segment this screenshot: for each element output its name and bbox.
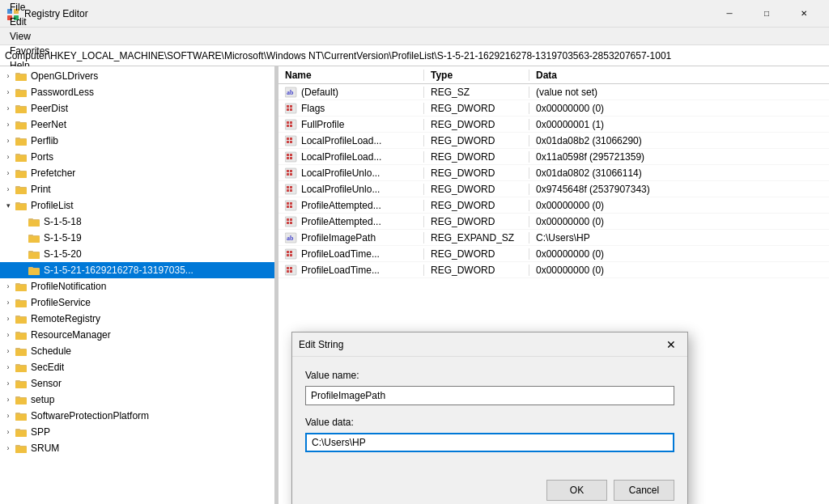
table-row[interactable]: LocalProfileLoad...REG_DWORD0x01da08b2 (… <box>278 133 829 149</box>
tree-item-label: RemoteRegistry <box>31 313 100 324</box>
table-row[interactable]: FlagsREG_DWORD0x00000000 (0) <box>278 100 829 116</box>
tree-item-SPP[interactable]: › SPP <box>0 424 274 440</box>
reg-dword-icon <box>285 265 298 276</box>
tree-item-Schedule[interactable]: › Schedule <box>0 343 274 359</box>
expand-icon[interactable]: › <box>3 184 13 194</box>
table-row[interactable]: ProfileAttempted...REG_DWORD0x00000000 (… <box>278 214 829 230</box>
maximize-button[interactable]: □ <box>748 0 785 28</box>
folder-icon <box>15 150 28 163</box>
folder-icon <box>15 118 28 131</box>
menu-item-view[interactable]: View <box>3 29 56 44</box>
table-row[interactable]: ProfileLoadTime...REG_DWORD0x00000000 (0… <box>278 262 829 278</box>
row-name: ab ProfileImagePath <box>278 232 424 244</box>
expand-icon[interactable] <box>16 265 26 275</box>
tree-item-setup[interactable]: › setup <box>0 392 274 408</box>
close-button[interactable]: ✕ <box>785 0 823 28</box>
tree-item-Ports[interactable]: › Ports <box>0 149 274 165</box>
table-row[interactable]: FullProfileREG_DWORD0x00000001 (1) <box>278 116 829 133</box>
dialog-title: Edit String <box>299 339 661 350</box>
table-row[interactable]: ab ProfileImagePathREG_EXPAND_SZC:\Users… <box>278 230 829 246</box>
tree-item-label: Prefetcher <box>31 167 75 179</box>
tree-item-PeerNet[interactable]: › PeerNet <box>0 116 274 133</box>
tree-item-PasswordLess[interactable]: › PasswordLess <box>0 84 274 100</box>
table-row[interactable]: ProfileLoadTime...REG_DWORD0x00000000 (0… <box>278 246 829 262</box>
title-bar: Registry Editor ─ □ ✕ <box>0 0 829 28</box>
expand-icon[interactable]: › <box>3 71 13 81</box>
expand-icon[interactable]: › <box>3 87 13 97</box>
expand-icon[interactable]: › <box>3 330 13 340</box>
expand-icon[interactable]: ▾ <box>3 201 13 210</box>
svg-rect-128 <box>287 270 289 273</box>
tree-item-label: Ports <box>31 151 53 163</box>
tree-item-S-1-5-18[interactable]: S-1-5-18 <box>0 214 274 230</box>
value-data-label: Value data: <box>305 417 674 428</box>
tree-item-SoftwareProtectionPlatform[interactable]: › SoftwareProtectionPlatform <box>0 408 274 424</box>
folder-icon <box>15 296 28 309</box>
row-name: ProfileAttempted... <box>278 216 424 227</box>
svg-rect-117 <box>290 222 292 224</box>
tree-item-ProfileList[interactable]: ▾ ProfileList <box>0 197 274 214</box>
expand-icon[interactable]: › <box>3 168 13 178</box>
expand-icon[interactable]: › <box>3 395 13 404</box>
menu-item-edit[interactable]: Edit <box>3 15 56 29</box>
expand-icon[interactable]: › <box>3 152 13 162</box>
svg-rect-30 <box>15 204 27 210</box>
expand-icon[interactable]: › <box>3 298 13 307</box>
column-header-type: Type <box>424 70 529 81</box>
address-path: Computer\HKEY_LOCAL_MACHINE\SOFTWARE\Mic… <box>5 50 671 61</box>
expand-icon[interactable] <box>16 233 26 243</box>
tree-panel[interactable]: › OpenGLDrivers› PasswordLess› PeerDist›… <box>0 66 275 504</box>
expand-icon[interactable]: › <box>3 136 13 146</box>
value-data-input[interactable] <box>305 433 674 452</box>
ok-button[interactable]: OK <box>546 480 607 501</box>
table-row[interactable]: ProfileAttempted...REG_DWORD0x00000000 (… <box>278 197 829 214</box>
folder-icon <box>15 426 28 438</box>
tree-item-Print[interactable]: › Print <box>0 181 274 197</box>
value-name-input[interactable] <box>305 386 674 405</box>
expand-icon[interactable] <box>16 217 26 227</box>
expand-icon[interactable]: › <box>3 314 13 324</box>
tree-item-SRUM[interactable]: › SRUM <box>0 440 274 456</box>
expand-icon[interactable]: › <box>3 120 13 129</box>
table-row[interactable]: LocalProfileLoad...REG_DWORD0x11a0598f (… <box>278 149 829 165</box>
expand-icon[interactable]: › <box>3 411 13 421</box>
tree-item-ProfileNotification[interactable]: › ProfileNotification <box>0 278 274 294</box>
reg-dword-icon <box>285 216 298 227</box>
tree-item-Sensor[interactable]: › Sensor <box>0 375 274 392</box>
tree-item-SecEdit[interactable]: › SecEdit <box>0 359 274 375</box>
expand-icon[interactable]: › <box>3 362 13 372</box>
tree-item-ProfileService[interactable]: › ProfileService <box>0 294 274 311</box>
table-row[interactable]: LocalProfileUnlo...REG_DWORD0x9745648f (… <box>278 181 829 197</box>
folder-icon <box>15 409 28 422</box>
tree-item-label: S-1-5-21-1629216278-13197035... <box>44 265 193 276</box>
folder-icon <box>15 328 28 341</box>
svg-rect-33 <box>28 220 40 227</box>
cancel-button[interactable]: Cancel <box>614 480 674 501</box>
row-data: C:\Users\HP <box>529 232 829 244</box>
expand-icon[interactable]: › <box>3 346 13 356</box>
expand-icon[interactable]: › <box>3 282 13 291</box>
tree-item-S-1-5-19[interactable]: S-1-5-19 <box>0 230 274 246</box>
expand-icon[interactable] <box>16 249 26 259</box>
table-row[interactable]: LocalProfileUnlo...REG_DWORD0x01da0802 (… <box>278 165 829 181</box>
dialog-close-button[interactable]: ✕ <box>661 335 681 354</box>
tree-item-RemoteRegistry[interactable]: › RemoteRegistry <box>0 311 274 327</box>
expand-icon[interactable]: › <box>3 427 13 437</box>
tree-item-S-1-5-21-long[interactable]: S-1-5-21-1629216278-13197035... <box>0 262 274 278</box>
tree-item-PeerDist[interactable]: › PeerDist <box>0 100 274 116</box>
tree-item-ResourceManager[interactable]: › ResourceManager <box>0 327 274 343</box>
window-controls: ─ □ ✕ <box>711 0 823 28</box>
row-name: ProfileLoadTime... <box>278 248 424 260</box>
tree-item-Perflib[interactable]: › Perflib <box>0 133 274 149</box>
tree-item-S-1-5-20[interactable]: S-1-5-20 <box>0 246 274 262</box>
table-row[interactable]: ab (Default)REG_SZ(value not set) <box>278 84 829 100</box>
expand-icon[interactable]: › <box>3 379 13 388</box>
expand-icon[interactable]: › <box>3 104 13 113</box>
tree-item-OpenGLDrivers[interactable]: › OpenGLDrivers <box>0 68 274 84</box>
tree-item-Prefetcher[interactable]: › Prefetcher <box>0 165 274 181</box>
menu-item-file[interactable]: File <box>3 0 56 15</box>
tree-item-label: SRUM <box>31 443 59 454</box>
expand-icon[interactable]: › <box>3 443 13 453</box>
minimize-button[interactable]: ─ <box>711 0 748 28</box>
svg-rect-85 <box>290 121 292 124</box>
